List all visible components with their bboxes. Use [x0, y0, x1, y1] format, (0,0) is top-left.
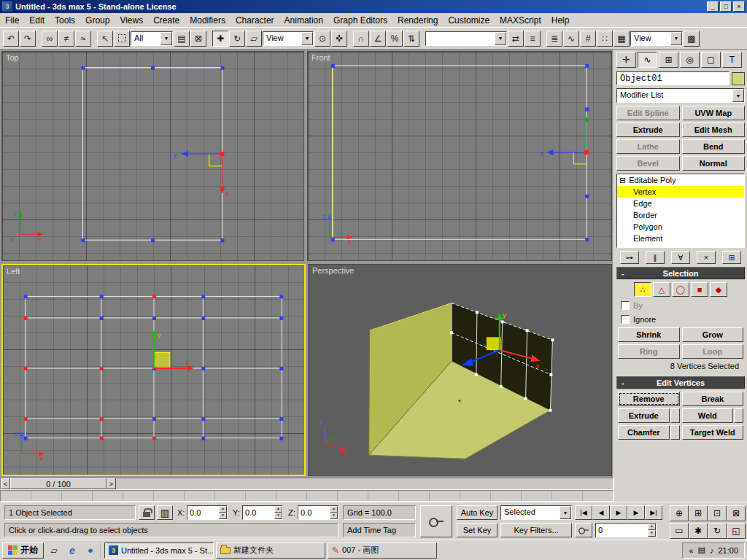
spinner-down-icon[interactable]: ▼: [219, 513, 227, 519]
tab-create[interactable]: ✛: [616, 52, 636, 68]
reference-coordinate-system-dropdown[interactable]: View ▼: [263, 31, 314, 46]
stack-item-edge[interactable]: Edge: [617, 198, 744, 209]
pan-view-button[interactable]: ✱: [689, 523, 708, 539]
select-and-move-button[interactable]: ✚: [212, 31, 228, 47]
chamfer-settings-button[interactable]: [670, 425, 680, 440]
extrude-button[interactable]: Extrude: [618, 408, 670, 423]
remove-button[interactable]: Remove: [618, 392, 680, 406]
menu-animation[interactable]: Animation: [279, 13, 328, 28]
add-time-tag-field[interactable]: Add Time Tag: [343, 523, 416, 537]
stack-item-editable-poly[interactable]: ⊟ Editable Poly: [617, 174, 744, 186]
minimize-button[interactable]: _: [707, 1, 719, 12]
stack-item-element[interactable]: Element: [617, 233, 744, 244]
viewport-top[interactable]: Top z x: [1, 51, 304, 261]
go-to-start-button[interactable]: |◀: [575, 505, 592, 520]
chevron-down-icon[interactable]: ▼: [495, 32, 506, 45]
extrude-modifier-button[interactable]: Extrude: [616, 122, 680, 137]
move-gizmo[interactable]: y x: [151, 330, 193, 371]
chevron-down-icon[interactable]: ▼: [301, 32, 313, 45]
render-type-dropdown[interactable]: View ▼: [630, 31, 683, 46]
tab-motion[interactable]: ◎: [680, 52, 700, 68]
task-button-paint[interactable]: ✎ 007 - 画图: [328, 542, 437, 559]
tab-display[interactable]: ▢: [701, 52, 721, 68]
select-and-rotate-button[interactable]: ↻: [229, 31, 245, 47]
tab-modify[interactable]: ∿: [638, 52, 657, 68]
viewport-left-label[interactable]: Left: [7, 267, 20, 276]
object-color-swatch[interactable]: [732, 72, 745, 85]
element-sub-object-button[interactable]: ◆: [710, 282, 727, 297]
menu-modifiers[interactable]: Modifiers: [185, 13, 231, 28]
shrink-button[interactable]: Shrink: [618, 327, 680, 342]
auto-key-button[interactable]: Auto Key: [457, 505, 498, 520]
weld-button[interactable]: Weld: [682, 408, 734, 423]
play-animation-button[interactable]: ▶: [610, 505, 627, 520]
menu-maxscript[interactable]: MAXScript: [495, 13, 546, 28]
selection-filter-dropdown[interactable]: All ▼: [131, 31, 173, 46]
named-selection-sets-dropdown[interactable]: ▼: [425, 31, 507, 46]
y-spinner[interactable]: ▲▼: [274, 506, 282, 519]
zoom-extents-all-button[interactable]: ⊠: [727, 505, 746, 521]
stack-item-polygon[interactable]: Polygon: [617, 221, 744, 233]
previous-frame-button[interactable]: ◀: [592, 505, 610, 520]
z-coordinate-field[interactable]: 0.0 ▲▼: [298, 505, 338, 520]
go-to-end-button[interactable]: ▶|: [645, 505, 662, 520]
menu-edit[interactable]: Edit: [24, 13, 50, 28]
viewport-perspective[interactable]: Perspective: [308, 264, 612, 476]
time-slider-groove[interactable]: [116, 478, 613, 489]
spinner-up-icon[interactable]: ▲: [330, 506, 338, 513]
x-spinner[interactable]: ▲▼: [219, 506, 227, 519]
restore-button[interactable]: □: [720, 1, 732, 12]
zoom-extents-button[interactable]: ⊡: [708, 505, 727, 521]
tab-hierarchy[interactable]: ⊞: [659, 52, 678, 68]
show-end-result-button[interactable]: ∥: [646, 251, 665, 264]
use-pivot-center-button[interactable]: ⊙: [314, 31, 330, 47]
task-button-folder[interactable]: 新建文件夹: [216, 542, 325, 559]
redo-button[interactable]: ↷: [20, 31, 36, 47]
snap-toggle-3d-button[interactable]: ∩: [353, 31, 369, 47]
chevron-down-icon[interactable]: ▼: [670, 32, 682, 45]
select-and-scale-button[interactable]: ▱: [246, 31, 262, 47]
unlink-selection-button[interactable]: ≠: [58, 31, 74, 47]
stack-item-border[interactable]: Border: [617, 209, 744, 221]
z-spinner[interactable]: ▲▼: [330, 506, 338, 519]
quick-launch-media-player-button[interactable]: ●: [82, 542, 98, 559]
menu-views[interactable]: Views: [115, 13, 148, 28]
spinner-down-icon[interactable]: ▼: [330, 513, 338, 519]
spinner-up-icon[interactable]: ▲: [219, 506, 227, 513]
bind-to-space-warp-button[interactable]: ≈: [75, 31, 91, 47]
menu-graph-editors[interactable]: Graph Editors: [328, 13, 392, 28]
align-button[interactable]: ≡: [525, 31, 541, 47]
current-frame-value[interactable]: 0: [596, 524, 648, 537]
collapse-rollout-icon[interactable]: -: [622, 378, 624, 387]
menu-help[interactable]: Help: [546, 13, 575, 28]
menu-rendering[interactable]: Rendering: [392, 13, 443, 28]
set-keys-button[interactable]: [420, 505, 452, 537]
spinner-up-icon[interactable]: ▲: [648, 524, 656, 530]
key-filter-dropdown[interactable]: Selected ▼: [500, 505, 572, 520]
menu-create[interactable]: Create: [148, 13, 185, 28]
arc-rotate-button[interactable]: ↻: [708, 523, 727, 539]
pin-stack-button[interactable]: ⊶: [620, 251, 639, 264]
mirror-button[interactable]: ⇄: [508, 31, 524, 47]
volume-icon[interactable]: ♪: [710, 546, 714, 555]
menu-character[interactable]: Character: [231, 13, 279, 28]
remove-modifier-button[interactable]: ×: [697, 251, 716, 264]
polygon-sub-object-button[interactable]: ■: [691, 282, 708, 297]
selection-lock-toggle-button[interactable]: [139, 505, 155, 520]
x-coordinate-value[interactable]: 0.0: [187, 506, 219, 519]
border-sub-object-button[interactable]: ◯: [672, 282, 689, 297]
uvw-map-button[interactable]: UVW Map: [682, 106, 746, 120]
frame-spinner[interactable]: ▲▼: [648, 524, 656, 537]
percent-snap-button[interactable]: %: [387, 31, 403, 47]
next-frame-button[interactable]: ▶: [627, 505, 645, 520]
grow-button[interactable]: Grow: [682, 327, 744, 342]
break-button[interactable]: Break: [682, 392, 744, 406]
vertex-sub-object-button[interactable]: ∴: [634, 282, 651, 297]
viewport-front-label[interactable]: Front: [311, 53, 330, 62]
spinner-snap-button[interactable]: ⇅: [403, 31, 419, 47]
set-key-button[interactable]: Set Key: [457, 523, 498, 537]
object-name-field[interactable]: Object01: [616, 71, 729, 85]
collapse-tree-icon[interactable]: ⊟: [619, 176, 626, 185]
menu-customize[interactable]: Customize: [443, 13, 495, 28]
quick-launch-show-desktop-button[interactable]: ▱: [46, 542, 62, 559]
